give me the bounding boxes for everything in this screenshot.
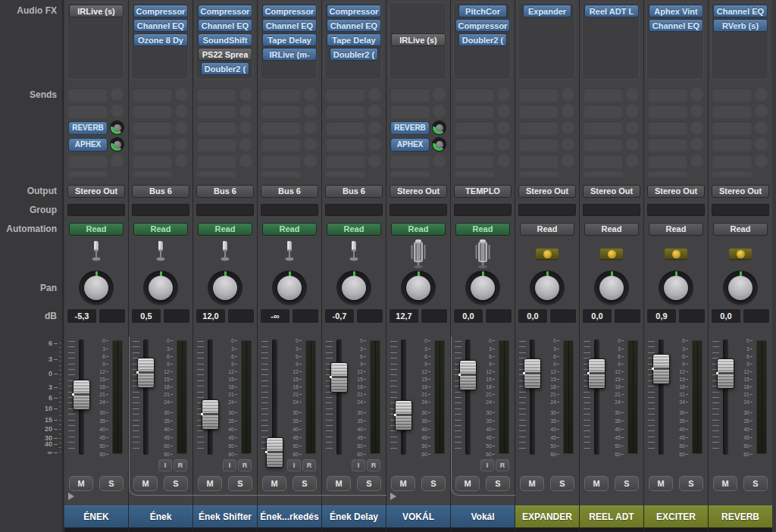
- fader-cap[interactable]: [524, 358, 541, 389]
- send-slot[interactable]: [326, 155, 365, 168]
- fader-cap[interactable]: [202, 399, 219, 430]
- send-slot[interactable]: [648, 121, 687, 135]
- send-slot[interactable]: [261, 138, 301, 152]
- send-slot[interactable]: [68, 105, 108, 118]
- send-slot[interactable]: [584, 105, 623, 118]
- group-slot[interactable]: [132, 204, 189, 216]
- solo-button[interactable]: S: [743, 476, 768, 491]
- plugin-button[interactable]: Doubler2 (: [458, 33, 507, 46]
- automation-mode-button[interactable]: Read: [391, 223, 446, 236]
- send-slot[interactable]: [648, 105, 687, 118]
- send-slot[interactable]: [712, 88, 752, 102]
- plugin-button[interactable]: Expander: [523, 5, 571, 17]
- send-slot[interactable]: [68, 155, 108, 168]
- channel-name[interactable]: Ének...rkedés: [258, 505, 321, 527]
- input-monitor-button[interactable]: I: [223, 459, 236, 471]
- send-slot[interactable]: [133, 105, 172, 118]
- group-slot[interactable]: [647, 204, 705, 216]
- send-slot[interactable]: [519, 155, 559, 168]
- send-slot[interactable]: [584, 138, 623, 152]
- mute-button[interactable]: M: [455, 476, 480, 491]
- send-slot[interactable]: [326, 88, 365, 102]
- automation-mode-button[interactable]: Read: [520, 223, 574, 236]
- send-button[interactable]: APHEX: [390, 138, 430, 152]
- stack-disclosure-triangle[interactable]: [68, 493, 74, 500]
- output-button[interactable]: TEMPLO: [454, 185, 512, 198]
- mute-button[interactable]: M: [133, 476, 158, 491]
- fader-cap[interactable]: [717, 358, 734, 389]
- output-button[interactable]: Bus 6: [196, 185, 254, 198]
- plugin-button[interactable]: Channel EQ: [649, 19, 703, 32]
- send-slot[interactable]: [455, 105, 494, 118]
- send-slot[interactable]: [712, 105, 752, 118]
- automation-mode-button[interactable]: Read: [327, 223, 381, 236]
- pan-knob[interactable]: [143, 271, 178, 305]
- send-slot[interactable]: [261, 105, 301, 118]
- volume-db-value[interactable]: 0,0: [454, 309, 483, 323]
- solo-button[interactable]: S: [293, 476, 317, 491]
- fader-track[interactable]: [143, 340, 149, 455]
- plugin-button[interactable]: SoundShift: [198, 33, 252, 46]
- send-slot[interactable]: [197, 88, 236, 102]
- automation-mode-button[interactable]: Read: [262, 223, 317, 236]
- solo-button[interactable]: S: [99, 476, 124, 491]
- fader-track[interactable]: [465, 340, 471, 455]
- automation-mode-button[interactable]: Read: [198, 223, 252, 236]
- channel-name[interactable]: REVERB: [709, 505, 772, 527]
- channel-name[interactable]: ÉNEK: [64, 505, 128, 527]
- send-level-knob[interactable]: [433, 138, 446, 151]
- automation-mode-button[interactable]: Read: [455, 223, 510, 236]
- channel-name[interactable]: EXCITER: [644, 505, 708, 527]
- channel-name[interactable]: Vokál: [451, 505, 515, 527]
- volume-db-value[interactable]: 0,5: [132, 309, 161, 323]
- volume-db-value[interactable]: 0,0: [518, 309, 547, 323]
- send-slot[interactable]: [584, 88, 623, 102]
- group-slot[interactable]: [261, 204, 318, 216]
- send-slot[interactable]: [648, 155, 687, 168]
- send-slot[interactable]: [455, 155, 494, 168]
- send-slot[interactable]: [648, 88, 687, 102]
- send-slot[interactable]: [261, 88, 301, 102]
- send-slot[interactable]: [390, 105, 430, 118]
- group-slot[interactable]: [325, 204, 383, 216]
- fader-track[interactable]: [208, 340, 213, 455]
- send-slot[interactable]: [68, 88, 108, 102]
- solo-button[interactable]: S: [550, 476, 574, 491]
- plugin-button[interactable]: IRLive (s): [69, 5, 124, 17]
- send-slot[interactable]: [455, 138, 494, 152]
- plugin-button[interactable]: IRLive (s): [391, 33, 446, 46]
- plugin-button[interactable]: Doubler2 (: [330, 48, 378, 61]
- automation-mode-button[interactable]: Read: [649, 223, 703, 236]
- output-button[interactable]: Bus 6: [261, 185, 318, 198]
- send-slot[interactable]: [455, 88, 494, 102]
- plugin-button[interactable]: Compressor: [198, 5, 252, 17]
- fader-cap[interactable]: [459, 360, 477, 390]
- output-button[interactable]: Stereo Out: [67, 185, 125, 198]
- mute-button[interactable]: M: [713, 476, 737, 491]
- plugin-button[interactable]: PitchCor: [458, 5, 507, 17]
- send-level-knob[interactable]: [433, 121, 446, 134]
- record-enable-button[interactable]: R: [174, 459, 187, 471]
- send-slot[interactable]: [133, 155, 172, 168]
- volume-db-value[interactable]: 12,0: [196, 309, 225, 323]
- mute-button[interactable]: M: [262, 476, 286, 491]
- volume-db-value[interactable]: 12,7: [390, 309, 418, 323]
- plugin-button[interactable]: Aphex Vint: [649, 5, 703, 17]
- solo-button[interactable]: S: [615, 476, 639, 491]
- pan-knob[interactable]: [723, 271, 758, 305]
- plugin-button[interactable]: PS22 Sprea: [198, 48, 252, 61]
- plugin-button[interactable]: Compressor: [327, 5, 381, 17]
- group-slot[interactable]: [454, 204, 512, 216]
- stack-disclosure-triangle[interactable]: [390, 493, 396, 500]
- mute-button[interactable]: M: [649, 476, 673, 491]
- fader-track[interactable]: [530, 340, 535, 455]
- send-slot[interactable]: [197, 121, 236, 135]
- send-button[interactable]: REVERB: [68, 121, 108, 135]
- input-monitor-button[interactable]: I: [480, 459, 494, 471]
- group-slot[interactable]: [518, 204, 576, 216]
- record-enable-button[interactable]: R: [496, 459, 509, 471]
- send-button[interactable]: APHEX: [68, 138, 108, 152]
- pan-knob[interactable]: [79, 271, 114, 305]
- fader-cap[interactable]: [266, 437, 283, 468]
- volume-db-value[interactable]: 0,9: [647, 309, 676, 323]
